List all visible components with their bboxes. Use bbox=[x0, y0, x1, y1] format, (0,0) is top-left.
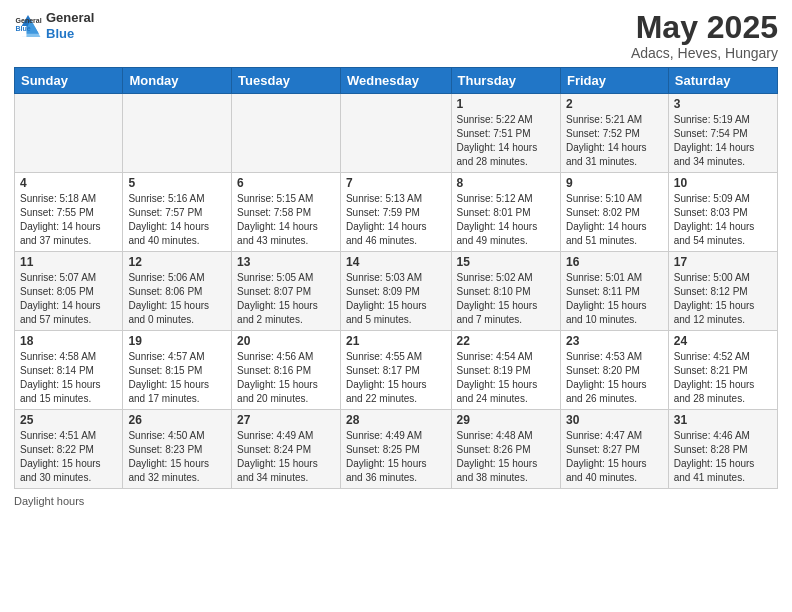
day-number: 10 bbox=[674, 176, 772, 190]
calendar-cell: 21Sunrise: 4:55 AM Sunset: 8:17 PM Dayli… bbox=[340, 331, 451, 410]
day-info: Sunrise: 4:49 AM Sunset: 8:24 PM Dayligh… bbox=[237, 429, 335, 485]
day-info: Sunrise: 5:00 AM Sunset: 8:12 PM Dayligh… bbox=[674, 271, 772, 327]
header: General Blue General Blue May 2025 Adacs… bbox=[14, 10, 778, 61]
calendar-cell: 28Sunrise: 4:49 AM Sunset: 8:25 PM Dayli… bbox=[340, 410, 451, 489]
day-info: Sunrise: 4:46 AM Sunset: 8:28 PM Dayligh… bbox=[674, 429, 772, 485]
calendar-cell: 10Sunrise: 5:09 AM Sunset: 8:03 PM Dayli… bbox=[668, 173, 777, 252]
day-info: Sunrise: 5:07 AM Sunset: 8:05 PM Dayligh… bbox=[20, 271, 117, 327]
calendar-cell: 13Sunrise: 5:05 AM Sunset: 8:07 PM Dayli… bbox=[232, 252, 341, 331]
calendar-cell bbox=[15, 94, 123, 173]
day-info: Sunrise: 5:19 AM Sunset: 7:54 PM Dayligh… bbox=[674, 113, 772, 169]
day-number: 12 bbox=[128, 255, 226, 269]
logo-icon: General Blue bbox=[14, 12, 42, 40]
calendar-cell: 15Sunrise: 5:02 AM Sunset: 8:10 PM Dayli… bbox=[451, 252, 560, 331]
day-info: Sunrise: 5:05 AM Sunset: 8:07 PM Dayligh… bbox=[237, 271, 335, 327]
calendar-cell: 9Sunrise: 5:10 AM Sunset: 8:02 PM Daylig… bbox=[560, 173, 668, 252]
day-number: 17 bbox=[674, 255, 772, 269]
page: General Blue General Blue May 2025 Adacs… bbox=[0, 0, 792, 612]
day-info: Sunrise: 4:50 AM Sunset: 8:23 PM Dayligh… bbox=[128, 429, 226, 485]
calendar-week-row: 25Sunrise: 4:51 AM Sunset: 8:22 PM Dayli… bbox=[15, 410, 778, 489]
calendar-week-row: 4Sunrise: 5:18 AM Sunset: 7:55 PM Daylig… bbox=[15, 173, 778, 252]
day-number: 23 bbox=[566, 334, 663, 348]
calendar-week-row: 11Sunrise: 5:07 AM Sunset: 8:05 PM Dayli… bbox=[15, 252, 778, 331]
calendar-cell: 22Sunrise: 4:54 AM Sunset: 8:19 PM Dayli… bbox=[451, 331, 560, 410]
weekday-header: Sunday bbox=[15, 68, 123, 94]
calendar-cell: 27Sunrise: 4:49 AM Sunset: 8:24 PM Dayli… bbox=[232, 410, 341, 489]
calendar-cell: 25Sunrise: 4:51 AM Sunset: 8:22 PM Dayli… bbox=[15, 410, 123, 489]
day-number: 11 bbox=[20, 255, 117, 269]
calendar-cell: 14Sunrise: 5:03 AM Sunset: 8:09 PM Dayli… bbox=[340, 252, 451, 331]
day-number: 31 bbox=[674, 413, 772, 427]
calendar-cell: 26Sunrise: 4:50 AM Sunset: 8:23 PM Dayli… bbox=[123, 410, 232, 489]
svg-text:General: General bbox=[16, 16, 42, 23]
daylight-label: Daylight hours bbox=[14, 495, 84, 507]
day-number: 20 bbox=[237, 334, 335, 348]
day-number: 26 bbox=[128, 413, 226, 427]
title-block: May 2025 Adacs, Heves, Hungary bbox=[631, 10, 778, 61]
day-info: Sunrise: 5:16 AM Sunset: 7:57 PM Dayligh… bbox=[128, 192, 226, 248]
day-number: 22 bbox=[457, 334, 555, 348]
day-info: Sunrise: 4:54 AM Sunset: 8:19 PM Dayligh… bbox=[457, 350, 555, 406]
calendar-cell: 11Sunrise: 5:07 AM Sunset: 8:05 PM Dayli… bbox=[15, 252, 123, 331]
day-info: Sunrise: 5:01 AM Sunset: 8:11 PM Dayligh… bbox=[566, 271, 663, 327]
calendar-cell: 8Sunrise: 5:12 AM Sunset: 8:01 PM Daylig… bbox=[451, 173, 560, 252]
day-info: Sunrise: 5:10 AM Sunset: 8:02 PM Dayligh… bbox=[566, 192, 663, 248]
day-number: 25 bbox=[20, 413, 117, 427]
day-info: Sunrise: 4:53 AM Sunset: 8:20 PM Dayligh… bbox=[566, 350, 663, 406]
day-info: Sunrise: 5:15 AM Sunset: 7:58 PM Dayligh… bbox=[237, 192, 335, 248]
day-number: 16 bbox=[566, 255, 663, 269]
day-number: 30 bbox=[566, 413, 663, 427]
day-info: Sunrise: 5:02 AM Sunset: 8:10 PM Dayligh… bbox=[457, 271, 555, 327]
calendar-header-row: SundayMondayTuesdayWednesdayThursdayFrid… bbox=[15, 68, 778, 94]
calendar-week-row: 1Sunrise: 5:22 AM Sunset: 7:51 PM Daylig… bbox=[15, 94, 778, 173]
day-number: 15 bbox=[457, 255, 555, 269]
calendar-cell: 1Sunrise: 5:22 AM Sunset: 7:51 PM Daylig… bbox=[451, 94, 560, 173]
day-info: Sunrise: 5:22 AM Sunset: 7:51 PM Dayligh… bbox=[457, 113, 555, 169]
calendar-cell: 16Sunrise: 5:01 AM Sunset: 8:11 PM Dayli… bbox=[560, 252, 668, 331]
calendar-cell: 5Sunrise: 5:16 AM Sunset: 7:57 PM Daylig… bbox=[123, 173, 232, 252]
day-info: Sunrise: 4:57 AM Sunset: 8:15 PM Dayligh… bbox=[128, 350, 226, 406]
day-info: Sunrise: 4:52 AM Sunset: 8:21 PM Dayligh… bbox=[674, 350, 772, 406]
logo-blue: Blue bbox=[46, 26, 94, 42]
day-info: Sunrise: 5:12 AM Sunset: 8:01 PM Dayligh… bbox=[457, 192, 555, 248]
calendar-cell: 12Sunrise: 5:06 AM Sunset: 8:06 PM Dayli… bbox=[123, 252, 232, 331]
weekday-header: Tuesday bbox=[232, 68, 341, 94]
day-info: Sunrise: 5:03 AM Sunset: 8:09 PM Dayligh… bbox=[346, 271, 446, 327]
logo-general: General bbox=[46, 10, 94, 26]
calendar-cell bbox=[232, 94, 341, 173]
day-number: 9 bbox=[566, 176, 663, 190]
day-info: Sunrise: 4:47 AM Sunset: 8:27 PM Dayligh… bbox=[566, 429, 663, 485]
day-number: 24 bbox=[674, 334, 772, 348]
calendar-cell bbox=[123, 94, 232, 173]
day-number: 8 bbox=[457, 176, 555, 190]
svg-text:Blue: Blue bbox=[16, 24, 31, 31]
weekday-header: Saturday bbox=[668, 68, 777, 94]
calendar-cell: 24Sunrise: 4:52 AM Sunset: 8:21 PM Dayli… bbox=[668, 331, 777, 410]
day-info: Sunrise: 5:06 AM Sunset: 8:06 PM Dayligh… bbox=[128, 271, 226, 327]
calendar-cell: 4Sunrise: 5:18 AM Sunset: 7:55 PM Daylig… bbox=[15, 173, 123, 252]
day-number: 28 bbox=[346, 413, 446, 427]
day-number: 29 bbox=[457, 413, 555, 427]
page-subtitle: Adacs, Heves, Hungary bbox=[631, 45, 778, 61]
calendar-table: SundayMondayTuesdayWednesdayThursdayFrid… bbox=[14, 67, 778, 489]
page-title: May 2025 bbox=[631, 10, 778, 45]
day-number: 1 bbox=[457, 97, 555, 111]
day-info: Sunrise: 4:55 AM Sunset: 8:17 PM Dayligh… bbox=[346, 350, 446, 406]
day-info: Sunrise: 5:18 AM Sunset: 7:55 PM Dayligh… bbox=[20, 192, 117, 248]
day-number: 14 bbox=[346, 255, 446, 269]
day-number: 18 bbox=[20, 334, 117, 348]
calendar-cell: 31Sunrise: 4:46 AM Sunset: 8:28 PM Dayli… bbox=[668, 410, 777, 489]
calendar-cell: 3Sunrise: 5:19 AM Sunset: 7:54 PM Daylig… bbox=[668, 94, 777, 173]
calendar-cell: 18Sunrise: 4:58 AM Sunset: 8:14 PM Dayli… bbox=[15, 331, 123, 410]
calendar-cell: 30Sunrise: 4:47 AM Sunset: 8:27 PM Dayli… bbox=[560, 410, 668, 489]
calendar-cell: 17Sunrise: 5:00 AM Sunset: 8:12 PM Dayli… bbox=[668, 252, 777, 331]
day-number: 3 bbox=[674, 97, 772, 111]
calendar-cell bbox=[340, 94, 451, 173]
weekday-header: Wednesday bbox=[340, 68, 451, 94]
calendar-week-row: 18Sunrise: 4:58 AM Sunset: 8:14 PM Dayli… bbox=[15, 331, 778, 410]
day-number: 21 bbox=[346, 334, 446, 348]
day-info: Sunrise: 4:58 AM Sunset: 8:14 PM Dayligh… bbox=[20, 350, 117, 406]
day-info: Sunrise: 5:21 AM Sunset: 7:52 PM Dayligh… bbox=[566, 113, 663, 169]
calendar-cell: 29Sunrise: 4:48 AM Sunset: 8:26 PM Dayli… bbox=[451, 410, 560, 489]
calendar-cell: 19Sunrise: 4:57 AM Sunset: 8:15 PM Dayli… bbox=[123, 331, 232, 410]
